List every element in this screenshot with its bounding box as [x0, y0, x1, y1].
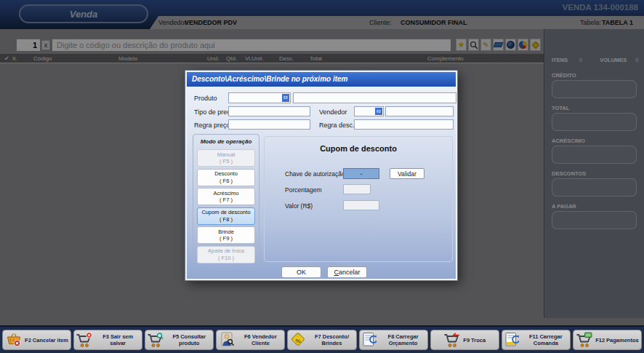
toolbar-key: F6 [244, 333, 251, 340]
toolbar-key: F5 [172, 333, 179, 340]
coupon-title: Cupom de desconto [265, 144, 452, 153]
mode-button-key: ( F8 ) [220, 216, 233, 223]
produto-label: Produto [194, 95, 217, 102]
produto-code-input[interactable]: F2 [228, 92, 291, 103]
ok-button-label: OK [297, 269, 306, 276]
dialog-title: Desconto\Acréscimo\Brinde no próximo ite… [187, 72, 456, 87]
document-refresh-icon [361, 332, 379, 348]
mode-button-label: Acréscimo [213, 190, 238, 197]
dialog-vendedor-label: Vendedor [319, 108, 347, 116]
chave-autorizacao-label: Chave de autorização [285, 170, 345, 178]
toolbar-label: Pagamentos [606, 337, 639, 344]
regra-desc-input[interactable] [354, 119, 454, 130]
toolbar-key: F8 [388, 333, 395, 340]
valor-input[interactable] [343, 200, 379, 210]
toolbar-label: Desconto/ Brindes [322, 333, 349, 346]
mode-button-key: ( F9 ) [220, 235, 233, 242]
mode-button-key: ( F5 ) [220, 158, 233, 164]
mode-button-ajuste-troca: Ajuste de troca ( F10 ) [197, 246, 255, 263]
toolbar-label: Sair sem salvar [110, 333, 133, 346]
toolbar-label: Vendedor Cliente [251, 333, 277, 346]
mode-button-desconto[interactable]: Desconto ( F6 ) [197, 169, 255, 186]
cart-return-icon [443, 332, 461, 348]
mode-button-key: ( F10 ) [218, 255, 234, 261]
cart-search-icon [147, 332, 164, 348]
mode-button-manual: Manual ( F5 ) [197, 149, 255, 167]
cancel-button[interactable]: Cancelar [327, 266, 367, 278]
toolbar-key: F7 [315, 333, 321, 340]
mode-button-key: ( F6 ) [220, 178, 233, 184]
toolbar-button-desconto-brindes[interactable]: % F7Desconto/ Brindes [287, 330, 356, 350]
mode-button-acrescimo[interactable]: Acréscimo ( F7 ) [197, 188, 255, 205]
vendedor-nome-input[interactable] [385, 106, 454, 116]
regra-preco-input[interactable] [228, 119, 310, 130]
mode-group: Modo de operação Manual ( F5 ) Desconto … [193, 134, 259, 262]
toolbar-label: Consultar produto [179, 333, 206, 346]
mode-button-brinde[interactable]: Brinde ( F9 ) [197, 226, 255, 244]
mode-group-title: Modo de operação [193, 138, 259, 145]
toolbar-button-consultar-produto[interactable]: F5Consultar produto [145, 330, 214, 350]
toolbar-button-carregar-comanda[interactable]: F11Carregar Comanda [502, 330, 571, 350]
mode-button-cupom-desconto[interactable]: Cupom de desconto ( F8 ) [197, 207, 255, 225]
cart-payment-icon [576, 332, 593, 348]
regra-desc-label: Regra desc. [319, 122, 355, 129]
basket-remove-icon [5, 332, 23, 348]
tag-percent-icon: % [289, 332, 307, 348]
toolbar-key: F2 [25, 337, 31, 344]
toolbar-button-vendedor-cliente[interactable]: F6Vendedor Cliente [216, 330, 285, 350]
porcentagem-label: Porcentagem [285, 186, 322, 194]
lookup-f2-icon[interactable]: F2 [282, 94, 289, 102]
function-toolbar: F2Cancelar item F3Sair sem salvar F5Cons… [0, 325, 644, 353]
chave-autorizacao-input[interactable] [343, 168, 379, 179]
toolbar-key: F3 [102, 333, 109, 340]
mode-buttons: Manual ( F5 ) Desconto ( F6 ) Acréscimo … [193, 149, 259, 263]
mode-button-label: Manual [217, 151, 236, 158]
toolbar-button-sair-sem-salvar[interactable]: F3Sair sem salvar [73, 330, 142, 350]
document-refresh-icon [504, 332, 521, 348]
discount-dialog: Desconto\Acréscimo\Brinde no próximo ite… [185, 71, 457, 280]
mode-button-label: Brinde [218, 229, 234, 235]
cart-remove-icon [76, 332, 93, 348]
person-search-icon [218, 332, 236, 348]
tipo-preco-input[interactable] [228, 106, 310, 116]
toolbar-key: F11 [529, 333, 539, 340]
toolbar-key: F9 [463, 337, 470, 344]
validar-button-label: Validar [398, 170, 416, 178]
ok-button[interactable]: OK [281, 266, 321, 278]
valor-label: Valor (R$) [285, 202, 313, 210]
pos-sale-screen: Venda VENDA 134-000188 Vendedor: VENDEDO… [0, 0, 644, 353]
mode-button-label: Ajuste de troca [208, 247, 244, 254]
porcentagem-input[interactable] [343, 184, 371, 194]
regra-preco-label: Regra preço [194, 122, 230, 129]
mode-button-label: Desconto [214, 170, 238, 177]
toolbar-button-cancelar-item[interactable]: F2Cancelar item [2, 330, 71, 350]
vendedor-code-input[interactable]: F2 [354, 106, 384, 116]
toolbar-button-carregar-orcamento[interactable]: F8Carregar Orçamento [359, 330, 428, 350]
toolbar-label: Troca [471, 337, 486, 344]
coupon-panel: Cupom de desconto Chave de autorização V… [264, 136, 453, 262]
validar-button[interactable]: Validar [390, 168, 424, 179]
svg-text:%: % [296, 338, 301, 344]
toolbar-label: Cancelar item [33, 337, 68, 344]
lookup-f2-icon[interactable]: F2 [375, 108, 382, 115]
produto-descricao-input[interactable] [293, 92, 456, 103]
toolbar-key: F12 [595, 337, 605, 344]
mode-button-label: Cupom de desconto [201, 209, 250, 215]
cancel-button-label: ancelar [339, 269, 361, 276]
toolbar-button-pagamentos[interactable]: F12Pagamentos [573, 330, 642, 350]
toolbar-button-troca[interactable]: F9Troca [430, 330, 499, 350]
mode-button-key: ( F7 ) [220, 197, 233, 203]
